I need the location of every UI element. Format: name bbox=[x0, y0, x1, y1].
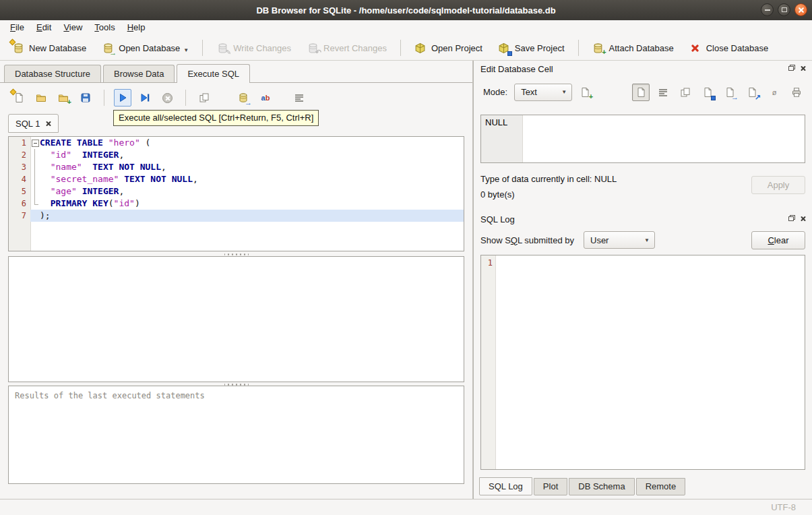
line-number: 6 bbox=[9, 198, 30, 210]
open-database-button[interactable]: → Open Database ▼ bbox=[95, 39, 195, 57]
text-document-icon bbox=[635, 86, 647, 98]
menu-bar: File Edit View Tools Help bbox=[0, 20, 812, 36]
dock-tab-bar: SQL Log Plot DB Schema Remote bbox=[479, 477, 687, 495]
code-text: "secret_name" TEXT NOT NULL, bbox=[40, 173, 464, 185]
auto-mode-button[interactable]: + bbox=[576, 84, 594, 101]
close-database-button[interactable]: Close Database bbox=[683, 39, 776, 57]
editor-line-2[interactable]: 2 "id" INTEGER, bbox=[9, 149, 464, 161]
dock-tab-plot[interactable]: Plot bbox=[534, 478, 567, 495]
results-grid[interactable] bbox=[8, 256, 464, 382]
new-database-button[interactable]: New Database bbox=[5, 39, 93, 57]
revert-changes-button[interactable]: ↶ Revert Changes bbox=[300, 39, 394, 57]
toolbar-separator bbox=[185, 90, 186, 106]
set-null-button[interactable]: ø bbox=[766, 84, 783, 101]
sql-editor-tab[interactable]: SQL 1 bbox=[8, 114, 59, 133]
tab-execute-sql[interactable]: Execute SQL bbox=[177, 64, 250, 82]
cell-size-info: 0 byte(s) bbox=[480, 189, 515, 200]
export-results-button[interactable] bbox=[195, 89, 213, 107]
find-replace-icon: ab bbox=[261, 94, 270, 102]
log-filter-select[interactable]: User ▼ bbox=[584, 231, 655, 249]
close-tab-icon[interactable] bbox=[45, 121, 51, 127]
word-wrap-button[interactable] bbox=[654, 84, 672, 101]
tab-database-structure[interactable]: Database Structure bbox=[4, 65, 101, 82]
dock-tab-remote[interactable]: Remote bbox=[636, 478, 686, 495]
menu-tools[interactable]: Tools bbox=[88, 20, 121, 36]
editor-line-3[interactable]: 3 "name" TEXT NOT NULL, bbox=[9, 161, 464, 173]
toolbar-separator bbox=[400, 40, 401, 56]
stop-execution-button[interactable] bbox=[158, 89, 176, 107]
clear-log-button[interactable]: Clear bbox=[751, 231, 805, 249]
save-icon bbox=[701, 86, 714, 98]
code-fold-icon[interactable] bbox=[30, 137, 40, 149]
write-changes-button[interactable]: ✎ Write Changes bbox=[210, 39, 298, 57]
minimize-button[interactable] bbox=[761, 3, 774, 16]
editor-line-7[interactable]: 7); bbox=[9, 210, 464, 222]
import-cell-button[interactable]: → bbox=[721, 84, 739, 101]
execute-all-button[interactable] bbox=[114, 89, 131, 107]
code-text: PRIMARY KEY("id") bbox=[40, 198, 464, 210]
format-sql-button[interactable] bbox=[290, 89, 308, 107]
save-project-label: Save Project bbox=[515, 43, 565, 53]
save-cell-button[interactable] bbox=[699, 84, 716, 101]
close-button[interactable] bbox=[794, 3, 807, 16]
cell-type-info: Type of data currently in cell: NULL bbox=[480, 174, 617, 184]
menu-file[interactable]: File bbox=[4, 20, 30, 36]
menu-edit[interactable]: Edit bbox=[30, 20, 57, 36]
attach-database-button[interactable]: + Attach Database bbox=[586, 39, 681, 57]
execute-current-line-button[interactable] bbox=[136, 89, 154, 107]
database-attach-icon: + bbox=[592, 42, 604, 54]
attach-database-label: Attach Database bbox=[609, 43, 674, 53]
open-project-button[interactable]: Open Project bbox=[408, 39, 489, 57]
sql-log-dock-controls bbox=[786, 214, 808, 223]
export-icon: ↗ bbox=[746, 86, 758, 98]
dock-tab-db-schema[interactable]: DB Schema bbox=[569, 478, 634, 495]
sql-log-view[interactable]: 1 bbox=[480, 255, 805, 470]
export-csv-button[interactable]: → bbox=[235, 89, 252, 107]
line-number: 3 bbox=[9, 161, 30, 173]
window-title: DB Browser for SQLite - /home/user/code/… bbox=[256, 5, 555, 16]
title-bar[interactable]: DB Browser for SQLite - /home/user/code/… bbox=[0, 0, 812, 20]
results-placeholder-text: Results of the last executed statements bbox=[15, 391, 205, 400]
fold-margin bbox=[30, 185, 40, 198]
results-message-pane[interactable]: Results of the last executed statements bbox=[8, 386, 464, 484]
menu-view[interactable]: View bbox=[57, 20, 88, 36]
dock-float-button[interactable] bbox=[786, 63, 796, 73]
editor-line-1[interactable]: 1CREATE TABLE "hero" ( bbox=[9, 137, 464, 149]
dock-close-button[interactable] bbox=[799, 214, 808, 223]
editor-line-6[interactable]: 6 PRIMARY KEY("id") bbox=[9, 198, 464, 210]
sql-editor[interactable]: 1CREATE TABLE "hero" (2 "id" INTEGER,3 "… bbox=[8, 136, 464, 251]
copy-cell-button[interactable] bbox=[677, 84, 694, 101]
apply-button[interactable]: Apply bbox=[751, 176, 805, 194]
tab-browse-data[interactable]: Browse Data bbox=[103, 65, 175, 82]
dock-tab-sql-log[interactable]: SQL Log bbox=[479, 477, 532, 495]
new-sql-tab-button[interactable] bbox=[10, 89, 28, 107]
open-sql-file-new-tab-icon: + bbox=[57, 92, 69, 104]
menu-help[interactable]: Help bbox=[121, 20, 152, 36]
dock-close-icon bbox=[801, 65, 807, 71]
open-sql-file-new-tab-button[interactable]: + bbox=[55, 89, 72, 107]
open-sql-file-icon bbox=[35, 92, 47, 104]
print-cell-button[interactable] bbox=[788, 84, 805, 101]
dock-float-button[interactable] bbox=[786, 214, 796, 223]
database-write-icon: ✎ bbox=[216, 42, 228, 54]
dock-close-button[interactable] bbox=[799, 63, 808, 73]
line-number: 4 bbox=[9, 173, 30, 185]
encoding-indicator[interactable]: UTF-8 bbox=[771, 502, 796, 512]
mode-select[interactable]: Text ▼ bbox=[514, 84, 572, 101]
save-sql-file-button[interactable] bbox=[77, 89, 94, 107]
float-icon bbox=[788, 216, 794, 221]
maximize-button[interactable] bbox=[778, 3, 790, 16]
find-replace-button[interactable]: ab bbox=[257, 89, 274, 107]
edit-cell-dock-controls bbox=[786, 63, 808, 73]
open-sql-file-button[interactable] bbox=[32, 89, 50, 107]
export-cell-button[interactable]: ↗ bbox=[743, 84, 761, 101]
sql-log-dock-title: SQL Log bbox=[480, 213, 515, 225]
editor-line-5[interactable]: 5 "age" INTEGER, bbox=[9, 185, 464, 198]
line-number: 7 bbox=[9, 210, 30, 222]
toolbar-separator bbox=[202, 40, 203, 56]
editor-line-4[interactable]: 4 "secret_name" TEXT NOT NULL, bbox=[9, 173, 464, 185]
open-database-dropdown-icon[interactable]: ▼ bbox=[183, 47, 189, 54]
save-project-button[interactable]: Save Project bbox=[491, 39, 571, 57]
text-mode-button[interactable] bbox=[632, 84, 650, 101]
cell-editor[interactable]: NULL bbox=[480, 115, 805, 163]
